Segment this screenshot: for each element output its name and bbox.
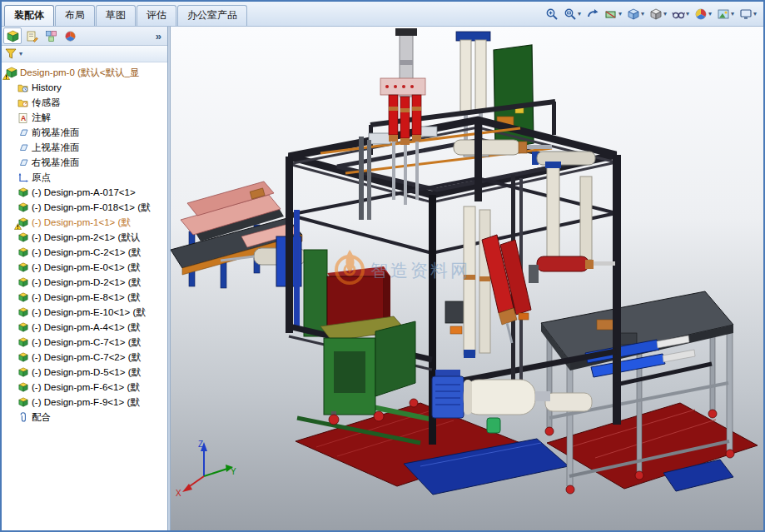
sensors-icon (17, 97, 29, 108)
tree-item-label: History (32, 82, 62, 92)
tree-item-comp-e-0[interactable]: (-) Design-pm-E-0<1> (默 (2, 260, 167, 275)
heads-up-toolbar: ▾▾▾▾▾▾▾▾ (544, 2, 761, 26)
tree-item-label: (-) Design-pm-F-6<1> (默 (32, 381, 140, 394)
dropdown-caret-icon[interactable]: ▾ (686, 11, 689, 17)
tree-item-label: (-) Design-pm-A-4<1> (默 (32, 321, 140, 334)
tree-item-comp-c-7-1[interactable]: (-) Design-pm-C-7<1> (默 (2, 335, 167, 350)
tree-item-top-plane[interactable]: 上视基准面 (2, 140, 167, 155)
edit-appearance-button[interactable]: ▾ (693, 5, 713, 23)
tree-item-label: Design-pm-0 (默认<默认_显 (20, 67, 139, 79)
component-icon (17, 366, 29, 378)
component-icon (17, 216, 29, 228)
component-icon (17, 351, 29, 363)
tree-item-right-plane[interactable]: 右视基准面 (2, 155, 167, 170)
tree-item-annotations[interactable]: A注解 (2, 110, 167, 125)
command-tabs: 装配体布局草图评估办公室产品 (4, 2, 247, 26)
tree-item-comp-a-4[interactable]: (-) Design-pm-A-4<1> (默 (2, 320, 167, 335)
tab-sketch[interactable]: 草图 (96, 5, 136, 26)
svg-text:A: A (21, 114, 26, 122)
tree-item-sensors[interactable]: 传感器 (2, 95, 167, 110)
dropdown-caret-icon[interactable]: ▾ (708, 11, 712, 17)
main-area: » ▾ Design-pm-0 (默认<默认_显History传感器A注解前视基… (2, 27, 763, 530)
tree-item-comp-f-9[interactable]: (-) Design-pm-F-9<1> (默 (2, 395, 167, 410)
tab-layout[interactable]: 布局 (55, 5, 95, 26)
apply-scene-button[interactable]: ▾ (715, 5, 736, 23)
tree-item-label: (-) Design-pm-C-2<1> (默 (32, 246, 141, 259)
tree-item-comp-a-017[interactable]: (-) Design-pm-A-017<1> (2, 185, 167, 200)
previous-view-button[interactable] (584, 5, 601, 23)
feature-manager-panel: » ▾ Design-pm-0 (默认<默认_显History传感器A注解前视基… (2, 27, 168, 530)
tree-item-label: 上视基准面 (32, 142, 80, 154)
component-icon (17, 246, 29, 258)
svg-text:Z: Z (198, 440, 203, 449)
tree-item-label: (-) Design-pm-1<1> (默 (32, 216, 131, 229)
feature-tree: Design-pm-0 (默认<默认_显History传感器A注解前视基准面上视… (2, 62, 167, 530)
cad-model-3d[interactable]: 智造资料网 Z Y X (171, 27, 763, 530)
tree-item-label: 注解 (32, 112, 51, 124)
zoom-to-fit-button[interactable] (544, 5, 560, 23)
tree-item-comp-c-2[interactable]: (-) Design-pm-C-2<1> (默 (2, 245, 167, 260)
tree-item-comp-f-018[interactable]: (-) Design-pm-F-018<1> (默 (2, 200, 167, 215)
panel-expand-button[interactable]: » (152, 30, 166, 42)
tree-item-history[interactable]: History (2, 80, 167, 95)
tree-item-label: (-) Design-pm-F-018<1> (默 (32, 201, 151, 214)
view-settings-button[interactable]: ▾ (738, 5, 758, 23)
dropdown-caret-icon[interactable]: ▾ (578, 11, 581, 17)
tree-item-label: (-) Design-pm-E-0<1> (默 (32, 261, 140, 274)
component-icon (17, 276, 29, 288)
assembly-icon (5, 67, 17, 78)
dropdown-caret-icon[interactable]: ▾ (618, 11, 622, 17)
tab-assembly[interactable]: 装配体 (4, 5, 54, 26)
view-orientation-button[interactable]: ▾ (625, 5, 646, 23)
plane-icon (17, 142, 29, 153)
dropdown-caret-icon[interactable]: ▾ (641, 11, 644, 17)
svg-text:Y: Y (231, 467, 236, 476)
tree-item-front-plane[interactable]: 前视基准面 (2, 125, 167, 140)
tree-item-comp-1[interactable]: (-) Design-pm-1<1> (默 (2, 215, 167, 230)
zoom-to-area-button[interactable]: ▾ (562, 5, 583, 23)
tree-item-comp-2[interactable]: (-) Design-pm-2<1> (默认 (2, 230, 167, 245)
svg-text:X: X (176, 489, 181, 498)
component-icon (17, 306, 29, 318)
component-icon (17, 321, 29, 333)
dropdown-caret-icon[interactable]: ▾ (731, 11, 734, 17)
command-bar: 装配体布局草图评估办公室产品 ▾▾▾▾▾▾▾▾ (2, 2, 763, 27)
displaymanager-tab[interactable] (61, 27, 79, 44)
tree-item-label: (-) Design-pm-D-5<1> (默 (32, 366, 141, 379)
tab-evaluate[interactable]: 评估 (137, 5, 176, 26)
tree-item-origin[interactable]: 原点 (2, 170, 167, 185)
mates-icon (17, 411, 29, 423)
origin-icon (17, 172, 29, 183)
filter-dropdown-caret[interactable]: ▾ (19, 50, 22, 57)
dropdown-caret-icon[interactable]: ▾ (663, 11, 667, 17)
tree-item-comp-d-2[interactable]: (-) Design-pm-D-2<1> (默 (2, 275, 167, 290)
tree-item-label: 传感器 (32, 97, 61, 109)
gantry-top-frame (289, 102, 616, 253)
tree-item-comp-f-6[interactable]: (-) Design-pm-F-6<1> (默 (2, 380, 167, 395)
solidworks-window: 装配体布局草图评估办公室产品 ▾▾▾▾▾▾▾▾ » ▾ Design-pm-0 … (0, 0, 765, 532)
tree-item-comp-c-7-2[interactable]: (-) Design-pm-C-7<2> (默 (2, 350, 167, 365)
tree-item-label: (-) Design-pm-D-2<1> (默 (32, 276, 141, 289)
section-view-button[interactable]: ▾ (603, 5, 623, 23)
display-style-button[interactable]: ▾ (648, 5, 668, 23)
component-icon (17, 291, 29, 303)
dropdown-caret-icon[interactable]: ▾ (753, 11, 757, 17)
featuremanager-tab[interactable] (3, 27, 22, 44)
component-icon (17, 201, 29, 213)
filter-bar: ▾ (2, 46, 167, 62)
reference-triad: Z Y X (176, 440, 236, 498)
propertymanager-tab[interactable] (22, 27, 41, 44)
tab-office-products[interactable]: 办公室产品 (177, 5, 247, 26)
hide-show-items-button[interactable]: ▾ (670, 5, 691, 23)
configurationmanager-tab[interactable] (42, 27, 60, 44)
center-base-unit (320, 266, 418, 425)
tree-item-comp-e-10[interactable]: (-) Design-pm-E-10<1> (默 (2, 305, 167, 320)
green-back-plate (304, 250, 327, 336)
tree-item-label: (-) Design-pm-A-017<1> (32, 187, 136, 197)
tree-item-comp-d-5[interactable]: (-) Design-pm-D-5<1> (默 (2, 365, 167, 380)
tree-item-comp-e-8[interactable]: (-) Design-pm-E-8<1> (默 (2, 290, 167, 305)
graphics-viewport[interactable]: 智造资料网 Z Y X (171, 27, 763, 530)
filter-icon[interactable] (5, 48, 17, 59)
tree-item-mates[interactable]: 配合 (2, 410, 167, 425)
tree-item-root[interactable]: Design-pm-0 (默认<默认_显 (2, 65, 167, 80)
